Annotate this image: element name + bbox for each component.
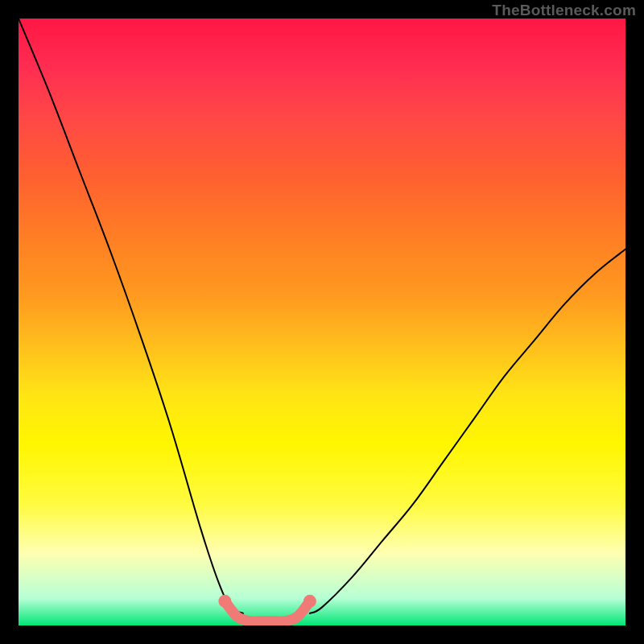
chart-stage: TheBottleneck.com: [0, 0, 644, 644]
chart-gradient-background: [19, 19, 625, 625]
watermark-text: TheBottleneck.com: [492, 2, 636, 19]
